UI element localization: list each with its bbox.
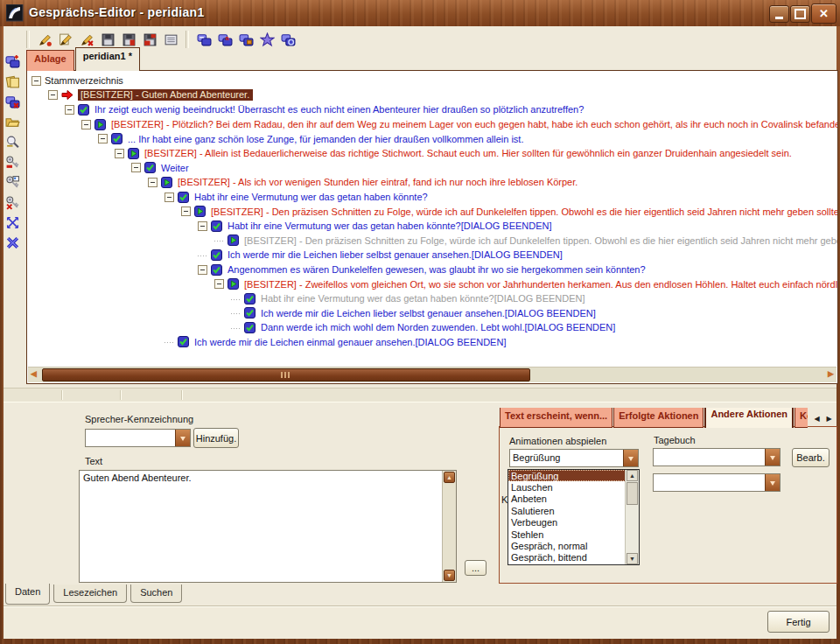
tree-row[interactable]: [BESITZER] - Den präzisen Schnitten zu F… [27,204,837,219]
chevron-down-icon[interactable] [175,430,190,446]
tab-suchen[interactable]: Suchen [130,584,182,603]
tree-expander-icon[interactable] [198,221,207,231]
animations-combobox[interactable]: Begrüßung [509,449,639,467]
edit-diary-button[interactable]: Bearb. [792,448,830,467]
view-key-icon[interactable] [4,175,20,190]
scroll-left-icon[interactable]: ◀ [31,369,37,378]
copy-branch-icon[interactable] [196,32,212,47]
tree-expander-icon[interactable] [214,279,224,289]
tree-expander-icon[interactable] [115,149,124,158]
tree-row[interactable]: Habt ihr eine Vermutung wer das getan ha… [27,190,837,205]
save-all-files-icon[interactable] [142,32,158,47]
dialog-text-area[interactable]: Guten Abend Abenteurer. ▲ ▼ [79,470,457,583]
remove-key-icon[interactable] [4,155,20,170]
tab-erfolgte-aktionen[interactable]: Erfolgte Aktionen [613,408,704,428]
tree-row[interactable]: [BESITZER] - Guten Abend Abenteurer. [27,88,837,103]
tree-row[interactable]: [BESITZER] - Zweifellos vom gleichen Ort… [27,276,837,291]
minimize-button[interactable] [769,5,789,23]
tree-expander-icon[interactable] [65,105,74,115]
reload-branch-icon[interactable] [280,32,296,47]
tree-expander-icon[interactable] [98,134,108,144]
tree-row[interactable]: Habt ihr eine Vermutung wer das getan ha… [27,291,837,306]
actor-star-icon[interactable] [259,32,275,47]
diary-combobox[interactable] [653,448,780,466]
speaker-combobox[interactable] [85,429,191,447]
diary-combobox-2[interactable] [653,473,780,492]
scroll-up-icon[interactable]: ▲ [444,472,455,483]
tree-row[interactable]: Ich werde mir die Leichen einmal genauer… [27,335,837,350]
tree-expander-icon[interactable] [81,120,91,130]
tree-expander-icon[interactable] [32,76,41,86]
paste-branch-icon[interactable]: a [217,32,233,47]
dropdown-item[interactable]: Stehlen [508,528,627,540]
rename-entry-icon[interactable] [58,32,74,47]
delete-dialog-icon[interactable] [4,94,20,109]
dropdown-scrollbar-thumb[interactable] [626,482,638,505]
tab-ablage[interactable]: Ablage [26,50,74,71]
close-button[interactable]: ✕ [811,4,836,24]
tree-row[interactable]: Dann werde ich mich wohl dem Norden zuwe… [27,320,837,335]
dropdown-scrollbar[interactable]: ▲ ▼ [625,470,639,564]
save-as-file-icon[interactable] [121,32,136,47]
tree-expander-icon[interactable] [48,90,58,100]
delete-entry-icon[interactable] [79,32,94,47]
tab-lesezeichen[interactable]: Lesezeichen [53,584,127,603]
properties-list-icon[interactable] [163,32,178,47]
tab-daten[interactable]: Daten [5,584,50,605]
tree-expander-icon[interactable] [148,178,158,187]
link-branch-icon[interactable] [238,32,254,47]
tree-row[interactable]: [BESITZER] - Plötzlich? Bei dem Radau, d… [27,117,837,132]
open-folder-icon[interactable] [4,115,20,130]
chevron-down-icon[interactable] [623,450,638,466]
dropdown-item[interactable]: Lauschen [508,481,627,493]
scroll-up-icon[interactable]: ▲ [626,470,638,481]
tab-peridian1-[interactable]: peridian1 * [75,47,140,71]
dropdown-item[interactable]: Gespräch, bittend [508,552,627,564]
tab-andere-aktionen[interactable]: Andere Aktionen [704,408,794,428]
text-vertical-scrollbar[interactable]: ▲ ▼ [442,471,456,582]
tree-row[interactable]: Ihr zeigt euch wenig beeindruckt! Überra… [27,102,837,117]
create-entry-icon[interactable] [37,32,52,47]
add-speaker-button[interactable]: Hinzufüg. [193,428,239,448]
dropdown-item[interactable]: Gespräch, normal [508,540,627,551]
scroll-down-icon[interactable]: ▼ [626,553,638,564]
tab-scroll-right-icon[interactable]: ▶ [823,411,835,426]
tree-expander-icon[interactable] [164,192,174,202]
dropdown-item[interactable]: Anbeten [508,494,627,505]
maximize-button[interactable] [790,5,810,23]
chevron-down-icon[interactable] [765,474,780,491]
tree-row[interactable]: [BESITZER] - Allein ist Bedauerlicherwei… [27,146,837,161]
expand-all-icon[interactable] [4,215,20,230]
tree-row[interactable]: [BESITZER] - Als ich vor wenigen Stunden… [27,175,837,190]
tree-row[interactable]: [BESITZER] - Den präzisen Schnitten zu F… [27,234,837,248]
search-key-icon[interactable] [4,135,20,150]
delete-key-icon[interactable] [4,195,20,210]
dropdown-item[interactable]: Salutieren [508,505,627,516]
scrollbar-thumb[interactable] [42,368,530,382]
tree-row[interactable]: Stammverzeichnis [27,74,837,88]
copy-page-icon[interactable] [4,74,20,89]
collapse-all-icon[interactable] [4,235,20,250]
scroll-down-icon[interactable]: ▼ [444,570,455,581]
tree-row[interactable]: Weiter [27,161,837,176]
horizontal-scrollbar[interactable]: ◀ ▶ [28,367,836,382]
dropdown-item[interactable]: Begrüßung [508,470,627,481]
dropdown-item[interactable]: Verbeugen [508,517,627,528]
scroll-right-icon[interactable]: ▶ [828,369,834,378]
tab-kommen[interactable]: Kommen [794,408,808,428]
tree-expander-icon[interactable] [198,265,207,275]
chevron-down-icon[interactable] [765,449,780,466]
tree-row[interactable]: Ich werde mir die Leichen lieber selbst … [27,248,837,262]
done-button[interactable]: Fertig [767,611,830,633]
tab-text-erscheint-wenn-[interactable]: Text erscheint, wenn... [500,408,612,428]
tree-row[interactable]: Angenommen es wären Dunkelelfen gewesen,… [27,262,837,277]
add-dialog-icon[interactable] [4,54,20,69]
tree-row[interactable]: ... Ihr habt eine ganz schön lose Zunge,… [27,131,837,146]
save-file-icon[interactable] [100,32,116,47]
tree-row[interactable]: Ich werde mir die Leichen lieber selbst … [27,306,837,321]
tree-expander-icon[interactable] [181,206,191,216]
tree-expander-icon[interactable] [131,163,141,172]
tree-row[interactable]: Habt ihr eine Vermutung wer das getan ha… [27,219,837,234]
more-options-button[interactable]: ... [465,560,486,576]
tab-scroll-left-icon[interactable]: ◀ [811,411,822,426]
